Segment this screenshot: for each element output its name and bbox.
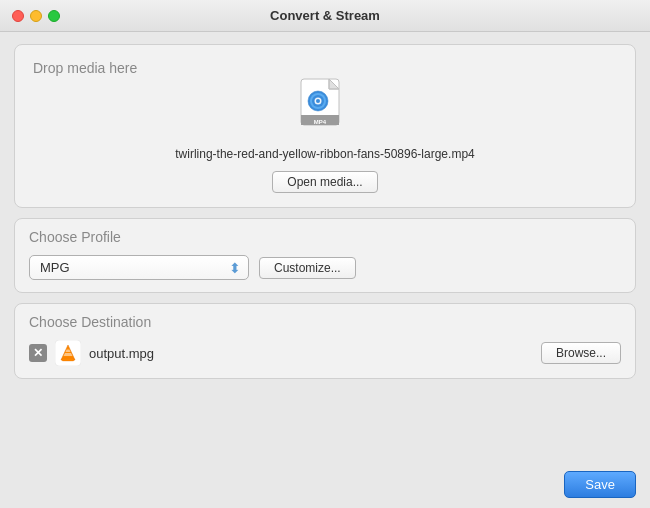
customize-button[interactable]: Customize... — [259, 257, 356, 279]
output-filename: output.mpg — [89, 346, 533, 361]
choose-profile-section: Choose Profile MPG MP4 AVI MKV MOV MP3 O… — [14, 218, 636, 293]
profile-row: MPG MP4 AVI MKV MOV MP3 OGG FLAC ⬍ Custo… — [29, 255, 621, 280]
save-button[interactable]: Save — [564, 471, 636, 498]
remove-destination-button[interactable]: ✕ — [29, 344, 47, 362]
svg-text:MP4: MP4 — [314, 119, 327, 125]
destination-row: ✕ output.mpg Browse... — [29, 340, 621, 366]
svg-marker-11 — [64, 353, 73, 356]
drop-media-label: Drop media here — [33, 60, 137, 76]
file-icon-container: MP4 — [299, 77, 351, 139]
vlc-icon — [55, 340, 81, 366]
choose-destination-section: Choose Destination ✕ output.mpg Browse..… — [14, 303, 636, 379]
browse-button[interactable]: Browse... — [541, 342, 621, 364]
main-content: Drop media here — [0, 32, 650, 463]
close-button[interactable] — [12, 10, 24, 22]
remove-icon: ✕ — [33, 346, 43, 360]
title-bar: Convert & Stream — [0, 0, 650, 32]
profile-select[interactable]: MPG MP4 AVI MKV MOV MP3 OGG FLAC — [29, 255, 249, 280]
traffic-lights — [12, 10, 60, 22]
maximize-button[interactable] — [48, 10, 60, 22]
open-media-button[interactable]: Open media... — [272, 171, 377, 193]
drop-media-section: Drop media here — [14, 44, 636, 208]
profile-select-wrapper: MPG MP4 AVI MKV MOV MP3 OGG FLAC ⬍ — [29, 255, 249, 280]
profile-section-label: Choose Profile — [29, 229, 621, 245]
svg-rect-10 — [62, 358, 74, 361]
destination-section-label: Choose Destination — [29, 314, 621, 330]
file-name: twirling-the-red-and-yellow-ribbon-fans-… — [175, 147, 474, 161]
svg-point-5 — [316, 99, 320, 103]
file-icon: MP4 — [299, 77, 351, 135]
bottom-bar: Save — [0, 463, 650, 508]
minimize-button[interactable] — [30, 10, 42, 22]
window-title: Convert & Stream — [270, 8, 380, 23]
